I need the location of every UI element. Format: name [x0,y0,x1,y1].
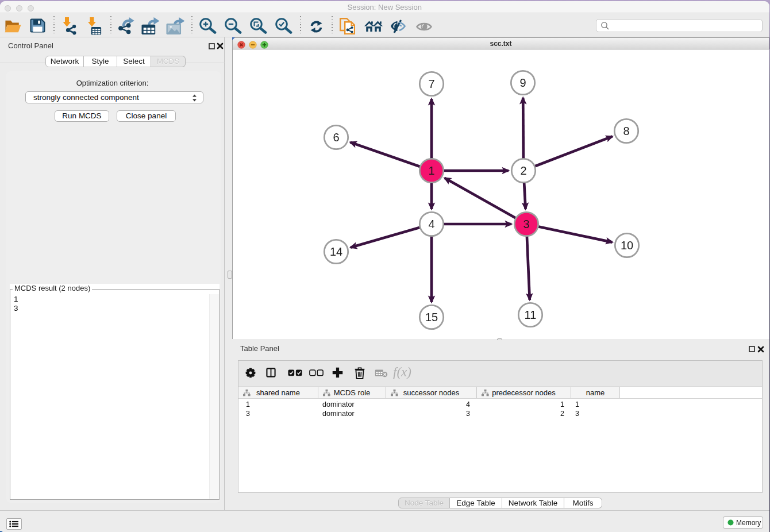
svg-text:6: 6 [333,131,339,144]
svg-text:14: 14 [330,245,342,258]
svg-text:3: 3 [523,218,529,230]
svg-text:11: 11 [525,309,537,321]
svg-text:4: 4 [428,218,434,230]
svg-text:7: 7 [428,78,434,90]
svg-text:10: 10 [621,239,633,252]
svg-text:8: 8 [623,125,629,137]
svg-text:2: 2 [520,164,526,177]
svg-text:9: 9 [519,76,526,89]
svg-text:15: 15 [425,311,438,323]
svg-text:1: 1 [428,164,434,177]
